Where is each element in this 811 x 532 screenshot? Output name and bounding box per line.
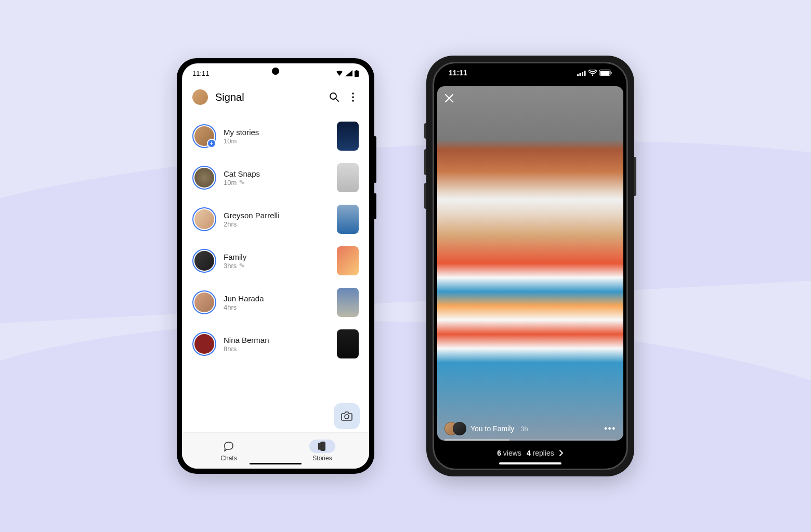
svg-point-10: [242, 265, 244, 268]
svg-point-9: [240, 263, 242, 266]
recipient-avatar[interactable]: [453, 422, 466, 435]
story-age: 3h: [520, 425, 528, 433]
replies-label: replies: [533, 449, 554, 457]
svg-rect-14: [577, 74, 579, 76]
svg-rect-12: [320, 442, 325, 451]
battery-icon: [355, 70, 359, 77]
story-image[interactable]: You to Family 3h •••: [437, 86, 623, 441]
story-stats[interactable]: 6 views 4 replies: [434, 441, 626, 462]
home-indicator[interactable]: [499, 462, 561, 464]
search-button[interactable]: [329, 91, 340, 103]
story-name: Jun Harada: [224, 294, 330, 303]
story-name: Family: [224, 252, 330, 261]
story-time: 8hrs: [224, 345, 330, 353]
story-row-nina[interactable]: Nina Berman 8hrs: [182, 323, 369, 365]
camera-icon: [341, 411, 352, 421]
story-progress: [444, 440, 616, 441]
cellular-icon: [577, 70, 586, 76]
wifi-icon: [588, 70, 597, 76]
volume-down-button: [424, 183, 426, 209]
more-button[interactable]: [347, 91, 359, 103]
svg-rect-15: [580, 73, 581, 76]
power-button: [374, 193, 376, 219]
replies-count: 4: [527, 449, 531, 457]
story-row-cat-snaps[interactable]: Cat Snaps 10m: [182, 157, 369, 198]
status-time: 11:11: [192, 70, 210, 77]
story-thumbnail[interactable]: [337, 163, 359, 192]
story-time: 2hrs: [224, 220, 330, 228]
stories-list[interactable]: + My stories 10m Cat Snaps 10m: [182, 111, 369, 432]
story-thumbnail[interactable]: [337, 288, 359, 317]
svg-rect-17: [584, 71, 586, 76]
story-thumbnail[interactable]: [337, 246, 359, 275]
svg-point-8: [242, 182, 244, 184]
views-label: views: [503, 449, 521, 457]
story-avatar: +: [192, 124, 216, 148]
svg-point-11: [345, 415, 349, 419]
notch: [489, 63, 572, 77]
stories-icon: [318, 441, 327, 451]
mute-switch: [424, 123, 426, 139]
side-button: [634, 157, 636, 196]
volume-up-button: [424, 149, 426, 175]
camera-fab[interactable]: [334, 403, 360, 429]
story-name: Nina Berman: [224, 336, 330, 344]
chat-icon: [224, 441, 234, 451]
svg-point-2: [330, 93, 336, 99]
profile-avatar[interactable]: [192, 89, 208, 105]
android-device-frame: 11:11 Signal: [177, 58, 374, 474]
svg-rect-21: [611, 72, 612, 74]
svg-rect-1: [356, 70, 358, 71]
story-row-greyson[interactable]: Greyson Parrelli 2hrs: [182, 198, 369, 240]
svg-point-5: [352, 96, 354, 98]
svg-rect-0: [355, 71, 359, 77]
story-avatar: [192, 332, 216, 356]
volume-button: [374, 136, 376, 183]
story-row-my-stories[interactable]: + My stories 10m: [182, 115, 369, 157]
views-count: 6: [497, 449, 501, 457]
signal-icon: [345, 70, 352, 76]
group-icon: [239, 262, 245, 269]
story-row-jun[interactable]: Jun Harada 4hrs: [182, 282, 369, 323]
search-icon: [329, 92, 339, 102]
story-time: 10m: [224, 137, 325, 145]
story-thumbnail[interactable]: [337, 329, 359, 358]
iphone-device-frame: 11:11: [426, 56, 634, 476]
story-time: 4hrs: [224, 303, 330, 311]
close-button[interactable]: [444, 92, 454, 106]
app-header: Signal: [182, 83, 369, 111]
add-story-badge[interactable]: +: [207, 139, 216, 148]
svg-point-4: [352, 92, 354, 95]
group-icon: [239, 179, 245, 185]
story-footer: You to Family 3h •••: [444, 422, 616, 435]
status-time: 11:11: [449, 69, 467, 77]
story-name: Cat Snaps: [224, 169, 330, 178]
story-time: 3hrs: [224, 262, 330, 270]
story-name: My stories: [224, 128, 325, 137]
story-thumbnail[interactable]: [337, 122, 359, 151]
svg-point-6: [352, 100, 354, 102]
story-time: 10m: [224, 179, 330, 187]
wifi-icon: [336, 70, 343, 76]
svg-line-3: [336, 99, 338, 101]
close-icon: [444, 94, 454, 103]
story-avatar: [192, 290, 216, 314]
svg-point-7: [240, 180, 242, 183]
story-avatar: [192, 207, 216, 231]
home-indicator[interactable]: [250, 463, 302, 464]
svg-rect-20: [600, 71, 610, 75]
more-vertical-icon: [352, 92, 354, 102]
chevron-right-icon: [559, 450, 564, 456]
story-author: You to Family: [470, 424, 514, 433]
app-title: Signal: [215, 91, 321, 103]
story-more-button[interactable]: •••: [604, 424, 616, 433]
story-row-family[interactable]: Family 3hrs: [182, 240, 369, 282]
svg-point-18: [592, 74, 593, 75]
story-thumbnail[interactable]: [337, 205, 359, 234]
battery-icon: [599, 70, 612, 76]
story-viewer[interactable]: You to Family 3h ••• 6 views 4 replies: [434, 63, 626, 469]
svg-rect-16: [582, 72, 583, 76]
story-name: Greyson Parrelli: [224, 211, 330, 220]
svg-rect-13: [318, 443, 320, 450]
story-avatar: [192, 249, 216, 273]
